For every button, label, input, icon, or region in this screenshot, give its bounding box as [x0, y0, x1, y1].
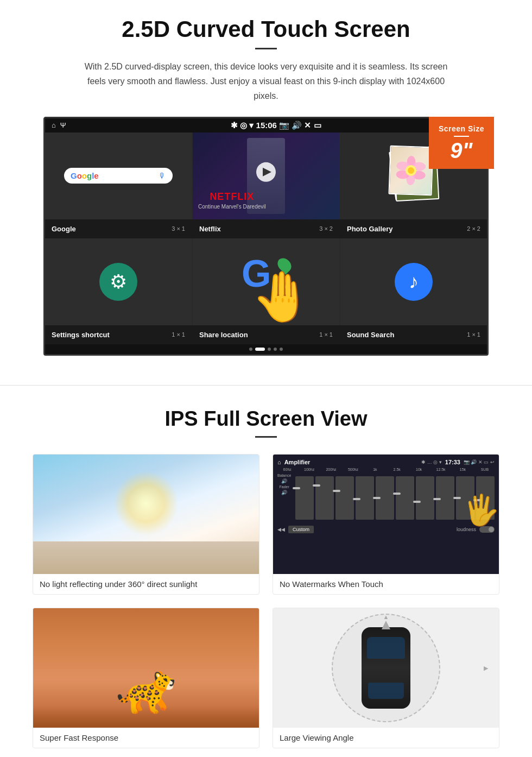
speaker-icon: 🔊	[277, 478, 291, 484]
music-note-icon: ♪	[409, 270, 419, 293]
dot-4	[274, 348, 277, 351]
eq-track-3	[335, 476, 354, 520]
amp-freq-labels: 60hz 100hz 200hz 500hz 1k 2.5k 10k 12.5k…	[277, 468, 495, 471]
dot-5	[280, 348, 283, 351]
settings-icon-wrapper: ⚙	[99, 263, 137, 301]
no-watermarks-label: No Watermarks When Touch	[273, 574, 499, 594]
freq-2k5: 2.5k	[387, 468, 407, 471]
custom-button[interactable]: Custom	[288, 526, 314, 533]
cheetah-image: 🐆	[33, 608, 259, 728]
close-icon: ✕	[304, 121, 311, 130]
amp-home-icon: ⌂	[277, 459, 281, 465]
app-cell-google[interactable]: Google 🎙	[45, 133, 192, 219]
fast-response-label: Super Fast Response	[33, 728, 259, 748]
freq-15k: 15k	[453, 468, 472, 471]
no-light-label: No light reflecting under 360° direct su…	[33, 574, 259, 594]
maps-icon-group: G 🤚	[242, 255, 290, 309]
amp-side-labels: Balance 🔊 Fader 🔊	[277, 474, 495, 522]
settings-app-size: 1 × 1	[172, 331, 185, 338]
amp-back-icon: ◀◀	[277, 527, 285, 532]
amp-title: Amplifier	[284, 459, 311, 465]
sky-image	[33, 455, 259, 574]
amp-time: 17:33	[445, 459, 460, 465]
app-label-row-bottom: Settings shortcut 1 × 1 Share location 1…	[45, 325, 487, 344]
photo-card-3	[388, 145, 433, 195]
amp-icons: ✱ … ◎ ▾	[421, 459, 442, 465]
sound-app-name: Sound Search	[347, 331, 394, 339]
app-cell-netflix[interactable]: NETFLIX Continue Marvel's Daredevil	[193, 133, 339, 219]
usb-icon: Ψ	[60, 121, 66, 129]
feature-card-no-light: No light reflecting under 360° direct su…	[33, 454, 259, 595]
eq-bars: 🖐	[295, 474, 495, 522]
google-app-size: 3 × 1	[172, 225, 185, 232]
viewing-angle-label: Large Viewing Angle	[273, 728, 499, 748]
share-app-name: Share location	[199, 331, 248, 339]
gallery-app-name: Photo Gallery	[347, 225, 393, 233]
eq-track-4	[356, 476, 374, 520]
feature-card-viewing-angle: ▲ ▶ Large Viewing Angle	[273, 608, 499, 748]
freq-200: 200hz	[321, 468, 341, 471]
freq-500: 500hz	[343, 468, 363, 471]
eq-track-5	[376, 476, 394, 520]
app-cell-sound[interactable]: ♪	[340, 238, 487, 325]
section2-underline	[255, 436, 277, 438]
toggle-knob	[489, 527, 494, 532]
netflix-subtitle: Continue Marvel's Daredevil	[198, 204, 266, 210]
app-label-row-top: Google 3 × 1 Netflix 3 × 2 Photo Gallery…	[45, 219, 487, 238]
eq-handle-2	[313, 484, 320, 487]
section1-title: 2.5D Curved Touch Screen	[33, 16, 499, 42]
freq-1k: 1k	[365, 468, 385, 471]
flower-image	[390, 146, 433, 194]
eq-handle-4	[353, 498, 360, 500]
share-cell-inner: G 🤚	[193, 238, 339, 325]
dot-2-active	[255, 348, 265, 351]
freq-10k: 10k	[409, 468, 428, 471]
balance-label: Balance	[277, 474, 291, 477]
ground-strip	[33, 541, 259, 574]
eq-handle-5	[373, 497, 381, 499]
car-body	[362, 627, 410, 709]
gallery-app-size: 2 × 2	[467, 225, 480, 232]
bluetooth-icon: ✱	[231, 121, 238, 130]
camera-icon: 📷	[279, 121, 289, 130]
netflix-play-button[interactable]	[256, 162, 276, 181]
device-mockup: Screen Size 9" ⌂ Ψ ✱ ◎ ▾ 15:06 📷 🔊 ✕	[43, 117, 489, 356]
amp-right-icons: 📷 🔊 ✕ ▭ ↩	[464, 459, 495, 465]
car-circle-bg	[332, 614, 440, 722]
location-icon: ◎	[240, 121, 247, 130]
freq-sub: SUB	[475, 468, 495, 471]
freq-100: 100hz	[299, 468, 319, 471]
volume-icon: 🔊	[292, 121, 302, 130]
eq-handle-9	[453, 497, 461, 499]
fader-icon: 🔊	[277, 490, 291, 495]
loudness-toggle[interactable]	[479, 526, 495, 533]
window-icon: ▭	[314, 121, 321, 130]
section-divider	[0, 385, 532, 386]
badge-title: Screen Size	[439, 124, 484, 133]
feature-card-fast-response: 🐆 Super Fast Response	[33, 608, 259, 748]
dot-1	[249, 348, 252, 351]
app-cell-share[interactable]: G 🤚	[193, 238, 339, 325]
eq-handle-8	[433, 498, 441, 500]
share-label-cell: Share location 1 × 1	[193, 329, 339, 341]
car-topdown-image: ▲ ▶	[273, 608, 499, 728]
sound-icon-wrapper: ♪	[395, 263, 433, 301]
play-triangle-icon	[263, 167, 271, 176]
status-bar: ⌂ Ψ ✱ ◎ ▾ 15:06 📷 🔊 ✕ ▭	[45, 118, 487, 133]
fader-label: Fader	[277, 485, 291, 489]
car-rear-window	[368, 683, 404, 699]
eq-track-2	[315, 476, 334, 520]
mic-icon: 🎙	[159, 172, 166, 180]
app-grid-bottom: ⚙ G 🤚 ♪	[45, 238, 487, 325]
angle-right: ▶	[484, 664, 488, 671]
eq-handle-3	[333, 490, 340, 492]
google-search-bar[interactable]: Google 🎙	[64, 168, 173, 184]
google-label-cell: Google 3 × 1	[45, 223, 192, 235]
app-cell-settings[interactable]: ⚙	[45, 238, 192, 325]
eq-track-6	[396, 476, 414, 520]
ground-shadow	[33, 706, 259, 728]
share-app-size: 1 × 1	[319, 331, 333, 338]
car-direction-arrow	[382, 621, 390, 629]
title-underline	[255, 48, 277, 49]
netflix-app-size: 3 × 2	[319, 225, 333, 232]
